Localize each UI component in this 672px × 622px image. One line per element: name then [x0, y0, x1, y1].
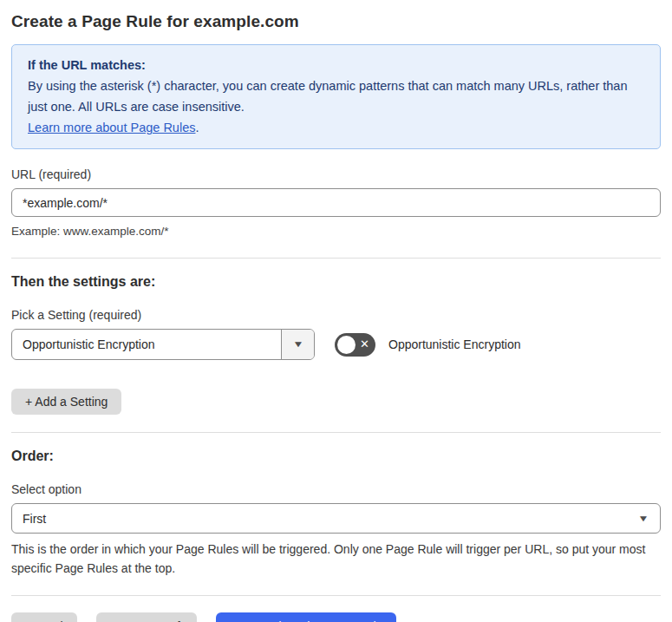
chevron-down-icon: ▼ — [637, 514, 649, 523]
pick-setting-label: Pick a Setting (required) — [11, 308, 661, 322]
footer-divider — [11, 595, 661, 596]
setting-select-caret-button[interactable]: ▼ — [281, 330, 314, 359]
order-select-label: Select option — [11, 482, 661, 496]
add-setting-button[interactable]: + Add a Setting — [11, 389, 121, 415]
toggle-knob — [337, 336, 356, 354]
footer-actions: Cancel Save as Draft Save and Deploy Pag… — [11, 612, 661, 622]
info-box-heading: If the URL matches: — [28, 55, 644, 75]
info-box-link-line: Learn more about Page Rules. — [28, 117, 644, 138]
section-divider — [11, 432, 661, 433]
page-title: Create a Page Rule for example.com — [11, 12, 661, 31]
save-and-deploy-button[interactable]: Save and Deploy Page Rule — [216, 612, 396, 622]
setting-row: Opportunistic Encryption ▼ ✕ Opportunist… — [11, 329, 661, 360]
url-input[interactable] — [11, 188, 661, 217]
setting-toggle-off[interactable]: ✕ — [335, 333, 375, 357]
toggle-off-x-icon: ✕ — [360, 338, 369, 350]
setting-select-value: Opportunistic Encryption — [12, 330, 281, 359]
order-helper-text: This is the order in which your Page Rul… — [11, 540, 661, 578]
order-section-heading: Order: — [11, 448, 661, 464]
setting-toggle-label: Opportunistic Encryption — [388, 337, 521, 351]
url-match-info-box: If the URL matches: By using the asteris… — [11, 44, 661, 149]
learn-more-link[interactable]: Learn more about Page Rules — [28, 121, 195, 134]
order-select-value: First — [23, 512, 639, 526]
chevron-down-icon: ▼ — [292, 340, 303, 349]
save-as-draft-button[interactable]: Save as Draft — [96, 612, 198, 622]
setting-select[interactable]: Opportunistic Encryption ▼ — [11, 329, 315, 360]
link-suffix: . — [195, 121, 199, 134]
info-box-body: By using the asterisk (*) character, you… — [28, 75, 644, 117]
create-page-rule-panel: Create a Page Rule for example.com If th… — [0, 0, 672, 622]
settings-section-heading: Then the settings are: — [11, 274, 661, 290]
url-field-label: URL (required) — [11, 167, 661, 181]
cancel-button[interactable]: Cancel — [11, 612, 77, 622]
url-example-helper: Example: www.example.com/* — [11, 223, 661, 240]
order-select[interactable]: First ▼ — [11, 503, 661, 534]
section-divider — [11, 258, 661, 259]
